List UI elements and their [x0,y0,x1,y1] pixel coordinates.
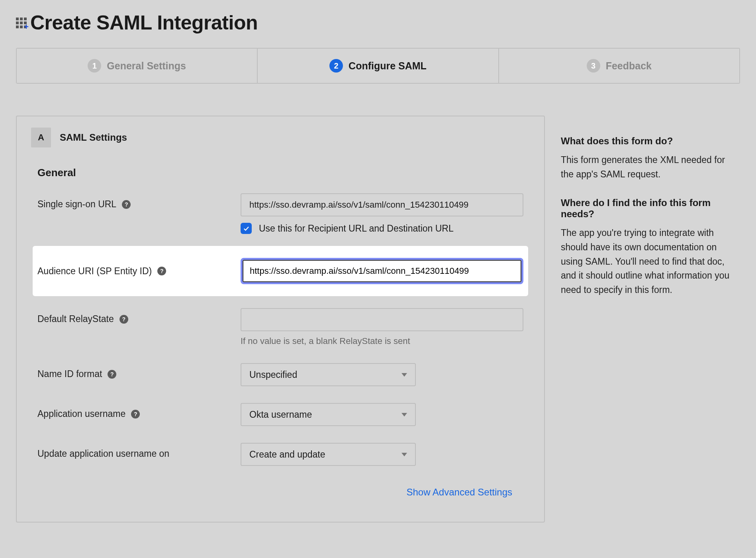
section-general-title: General [17,151,544,189]
label-audience-uri: Audience URI (SP Entity ID) [37,266,152,277]
step-feedback[interactable]: 3 Feedback [499,48,740,84]
nameid-select[interactable]: Unspecified [241,363,416,386]
app-username-select[interactable]: Okta username [241,403,416,426]
label-sso-url: Single sign-on URL [37,199,116,210]
row-sso-url: Single sign-on URL ? Use this for Recipi… [17,189,544,239]
section-badge: A [31,128,51,147]
step-label: General Settings [107,60,186,72]
update-on-select[interactable]: Create and update [241,443,416,466]
step-label: Feedback [606,60,652,72]
page-header: + Create SAML Integration [0,0,756,38]
show-advanced-settings-link[interactable]: Show Advanced Settings [17,471,544,498]
wizard-stepper: 1 General Settings 2 Configure SAML 3 Fe… [16,48,740,84]
sidebar-q2-title: Where do I find the info this form needs… [561,197,740,220]
label-update-on: Update application username on [37,448,169,459]
checkbox-label: Use this for Recipient URL and Destinati… [259,223,454,234]
step-number: 2 [329,59,343,73]
chevron-down-icon [402,413,407,417]
sidebar-q1-title: What does this form do? [561,136,740,147]
saml-settings-panel: A SAML Settings General Single sign-on U… [16,116,545,523]
panel-title: SAML Settings [60,132,127,143]
row-app-username: Application username ? Okta username [17,391,544,431]
help-icon[interactable]: ? [157,267,166,275]
help-icon[interactable]: ? [131,410,140,418]
help-icon[interactable]: ? [122,200,131,209]
help-icon[interactable]: ? [108,370,116,379]
select-value: Unspecified [249,369,297,380]
row-update-username-on: Update application username on Create an… [17,431,544,471]
use-for-recipient-checkbox[interactable] [241,223,252,234]
row-nameid-format: Name ID format ? Unspecified [17,351,544,391]
relaystate-input[interactable] [241,308,523,331]
step-configure-saml[interactable]: 2 Configure SAML [258,48,499,84]
chevron-down-icon [402,373,407,377]
sso-url-input[interactable] [241,193,523,216]
apps-grid-icon[interactable]: + [16,18,28,29]
help-sidebar: What does this form do? This form genera… [561,116,740,523]
step-number: 1 [88,59,101,73]
step-general-settings[interactable]: 1 General Settings [16,48,258,84]
audience-uri-input[interactable] [241,258,523,284]
step-number: 3 [587,59,600,73]
label-app-username: Application username [37,409,125,419]
sidebar-q2-body: The app you're trying to integrate with … [561,226,740,297]
step-label: Configure SAML [349,60,427,72]
label-nameid: Name ID format [37,369,102,379]
page-title: Create SAML Integration [30,11,258,34]
relaystate-hint: If no value is set, a blank RelayState i… [241,336,523,346]
label-relaystate: Default RelayState [37,314,114,324]
help-icon[interactable]: ? [119,315,128,324]
row-audience-uri: Audience URI (SP Entity ID) ? [33,246,528,296]
select-value: Okta username [249,409,312,420]
chevron-down-icon [402,453,407,456]
row-relaystate: Default RelayState ? If no value is set,… [17,303,544,351]
select-value: Create and update [249,449,325,460]
sidebar-q1-body: This form generates the XML needed for t… [561,153,740,181]
